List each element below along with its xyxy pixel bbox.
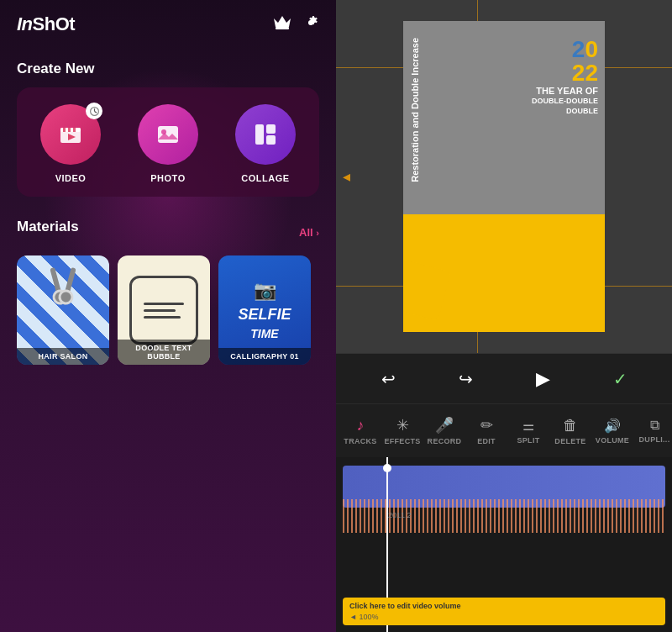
action-tracks[interactable]: ♪ TRACKS	[339, 417, 381, 445]
action-record[interactable]: 🎤 RECORD	[423, 416, 465, 445]
svg-rect-9	[73, 128, 76, 132]
video-canvas: 20 22 THE YEAR OF DOUBLE-DOUBLE DOUBLE R…	[403, 21, 605, 332]
svg-rect-8	[68, 128, 71, 132]
decorative-shape	[403, 259, 451, 320]
undo-button[interactable]: ↩	[373, 364, 403, 394]
create-new-card: VIDEO PHOTO	[17, 87, 319, 197]
action-effects[interactable]: ✳ EFFECTS	[381, 416, 423, 445]
year-label1: THE YEAR OF	[532, 85, 598, 97]
photo-icon	[155, 121, 181, 148]
delete-label: DELETE	[554, 437, 585, 445]
video-icon-wrap	[40, 104, 101, 165]
create-video-item[interactable]: VIDEO	[40, 104, 101, 183]
selfie-time-text: TIME	[250, 327, 278, 340]
calligraphy-label: CALLIGRAPHY 01	[218, 348, 311, 365]
materials-all-link[interactable]: All ›	[299, 226, 319, 239]
doodle-lines	[137, 296, 191, 325]
record-icon: 🎤	[435, 416, 454, 434]
split-label: SPLIT	[517, 436, 539, 445]
redo-button[interactable]: ↪	[450, 364, 480, 394]
doodle-line-1	[144, 303, 184, 305]
delete-icon: 🗑	[563, 417, 578, 434]
effects-icon: ✳	[396, 416, 409, 434]
right-panel: ◂ 20 22 THE YEAR OF DOUBLE-DOUBLE DOUBLE	[336, 0, 672, 632]
create-new-section: Create New	[0, 44, 336, 205]
volume-icon: 🔊	[604, 418, 621, 434]
camera-icon: 📷	[254, 280, 276, 302]
recent-badge	[86, 103, 102, 119]
doodle-bubble-icon	[129, 276, 198, 345]
tracks-icon: ♪	[357, 417, 365, 434]
create-new-title: Create New	[17, 61, 319, 77]
action-duplicate[interactable]: ⧉ DUPLI...	[633, 418, 672, 444]
svg-rect-13	[255, 124, 264, 145]
svg-rect-11	[158, 126, 178, 143]
collage-icon-wrap	[235, 104, 296, 165]
doodle-line-3	[144, 316, 181, 319]
action-delete[interactable]: 🗑 DELETE	[549, 417, 591, 445]
video-clapboard-icon	[57, 121, 84, 148]
selfie-text: SELFIE	[238, 307, 291, 324]
edit-icon: ✏	[480, 416, 493, 434]
material-calligraphy-01[interactable]: 📷 SELFIE TIME CALLIGRAPHY 01	[218, 255, 311, 365]
record-label: RECORD	[428, 437, 462, 445]
volume-tooltip[interactable]: Click here to edit video volume ◄ 100%	[343, 598, 665, 625]
video-preview: ◂ 20 22 THE YEAR OF DOUBLE-DOUBLE DOUBLE	[336, 0, 672, 353]
video-year-text: 20 22 THE YEAR OF DOUBLE-DOUBLE DOUBLE	[532, 38, 598, 117]
gear-icon[interactable]	[302, 14, 319, 35]
video-side-text: Restoration and Double Increase	[410, 38, 421, 182]
header-icons	[274, 14, 319, 35]
left-panel: InShOt Create New	[0, 0, 336, 632]
tooltip-sub: ◄ 100%	[349, 613, 659, 621]
svg-rect-15	[266, 135, 276, 145]
materials-grid: HAIR SALON DOODLE TEXT BUBBLE	[17, 255, 319, 365]
doodle-line-2	[144, 309, 176, 312]
svg-rect-0	[276, 27, 289, 29]
materials-header: Materials All ›	[17, 219, 319, 245]
hair-salon-label: HAIR SALON	[17, 348, 109, 365]
edit-label: EDIT	[477, 437, 496, 445]
video-label: VIDEO	[55, 173, 87, 183]
timeline-time-label: 2011.2	[388, 511, 412, 519]
timeline: 2011.2 Click here to edit video volume ◄…	[336, 457, 672, 632]
tooltip-title: Click here to edit video volume	[349, 602, 461, 610]
playback-toolbar: ↩ ↪ ▶ ✓	[336, 353, 672, 403]
duplicate-icon: ⧉	[650, 418, 659, 433]
tracks-label: TRACKS	[344, 437, 376, 445]
effects-label: EFFECTS	[384, 437, 420, 445]
crown-icon[interactable]	[274, 15, 291, 34]
confirm-button[interactable]: ✓	[605, 364, 635, 394]
create-collage-item[interactable]: COLLAGE	[235, 104, 296, 183]
create-photo-item[interactable]: PHOTO	[138, 104, 198, 183]
duplicate-label: DUPLI...	[639, 435, 670, 444]
video-bottom-area	[403, 214, 605, 332]
action-bar: ♪ TRACKS ✳ EFFECTS 🎤 RECORD ✏ EDIT ⚌ SPL…	[336, 403, 672, 457]
year-label3: DOUBLE	[532, 107, 598, 117]
svg-rect-7	[63, 128, 66, 132]
scissors-icon	[55, 267, 71, 305]
material-hair-salon[interactable]: HAIR SALON	[17, 255, 109, 365]
action-edit[interactable]: ✏ EDIT	[465, 416, 507, 445]
play-button[interactable]: ▶	[528, 364, 558, 394]
doodle-label: DOODLE TEXT BUBBLE	[118, 340, 210, 365]
collage-label: COLLAGE	[241, 173, 289, 183]
volume-label: VOLUME	[596, 436, 629, 445]
video-top-area: 20 22 THE YEAR OF DOUBLE-DOUBLE DOUBLE R…	[403, 21, 605, 214]
action-split[interactable]: ⚌ SPLIT	[507, 418, 549, 445]
app-logo: InShOt	[17, 13, 75, 35]
year-22-text: 22	[572, 60, 598, 86]
split-icon: ⚌	[522, 418, 534, 434]
materials-section: Materials All › HAIR SALON	[0, 205, 336, 373]
svg-line-4	[94, 111, 96, 113]
action-volume[interactable]: 🔊 VOLUME	[591, 418, 633, 445]
app-header: InShOt	[0, 0, 336, 44]
year-2-text: 2	[572, 36, 585, 62]
material-doodle-text-bubble[interactable]: DOODLE TEXT BUBBLE	[118, 255, 210, 365]
photo-icon-wrap	[138, 104, 198, 165]
year-022-text: 0	[585, 36, 598, 62]
svg-rect-14	[266, 124, 276, 134]
photo-label: PHOTO	[150, 173, 185, 183]
arrow-left-icon: ◂	[343, 167, 350, 186]
year-label2: DOUBLE-DOUBLE	[532, 97, 598, 107]
playhead-handle	[383, 464, 391, 472]
